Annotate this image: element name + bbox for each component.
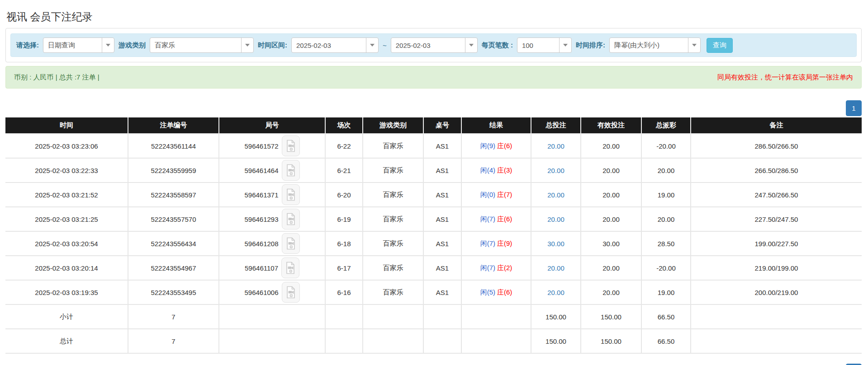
chevron-down-icon	[241, 38, 253, 52]
time-range-label: 时间区间:	[258, 41, 287, 50]
date-from-value: 2025-02-03	[292, 38, 366, 52]
video-file-icon	[285, 213, 296, 225]
video-replay-button[interactable]	[281, 257, 299, 278]
cell-round-id: 596461464	[219, 158, 325, 182]
page-size-label: 每页笔数 :	[482, 41, 513, 50]
cell-valid-bet: 20.00	[581, 256, 641, 280]
video-replay-button[interactable]	[282, 160, 300, 181]
cell-valid-bet: 20.00	[581, 158, 641, 182]
chevron-down-icon	[559, 38, 571, 52]
cell-session: 6-17	[325, 256, 363, 280]
result-player: 闲(4)	[480, 166, 495, 174]
time-sort-select[interactable]: 降幂(由大到小)	[609, 37, 701, 53]
video-replay-button[interactable]	[282, 282, 300, 303]
cell-session: 6-19	[325, 207, 363, 231]
result-banker: 庄(2)	[497, 264, 512, 271]
cell-remark: 247.50/266.50	[691, 182, 862, 207]
page-content: 视讯 会员下注纪录 请选择: 日期查询 游戏类别 百家乐 时间区间: 2025-…	[5, 11, 862, 365]
cell-table-no: AS1	[423, 231, 461, 256]
header-total-bet: 总投注	[531, 117, 581, 134]
chevron-down-icon	[102, 38, 114, 52]
cell-table-no: AS1	[423, 182, 461, 207]
cell-payout: 28.50	[641, 231, 691, 256]
total-bet-link[interactable]: 20.00	[547, 264, 564, 272]
cell-result: 闲(7)庄(9)	[461, 231, 531, 256]
table-row: 2025-02-03 03:20:14 522243554967 5964611…	[5, 256, 862, 280]
table-row: 2025-02-03 03:23:06 522243561144 5964615…	[5, 134, 862, 158]
cell-table-no: AS1	[423, 256, 461, 280]
time-sort-label: 时间排序:	[576, 41, 605, 50]
round-id-text: 596461006	[244, 289, 278, 296]
video-replay-button[interactable]	[282, 136, 300, 156]
table-row: 2025-02-03 03:22:33 522243559959 5964614…	[5, 158, 862, 182]
cell-total-bet: 20.00	[531, 280, 581, 304]
cell-round-id: 596461006	[219, 280, 325, 304]
cell-time: 2025-02-03 03:21:25	[5, 207, 128, 231]
result-banker: 庄(6)	[497, 142, 512, 150]
table-row: 2025-02-03 03:20:54 522243556434 5964612…	[5, 231, 862, 256]
cell-session: 6-21	[325, 158, 363, 182]
chevron-down-icon	[465, 38, 477, 52]
query-type-value: 日期查询	[43, 38, 102, 52]
result-player: 闲(9)	[480, 142, 495, 150]
page-1-button[interactable]: 1	[846, 100, 862, 116]
total-bet-link[interactable]: 20.00	[547, 142, 564, 150]
video-replay-button[interactable]	[282, 184, 300, 205]
cell-round-id: 596461107	[219, 256, 325, 280]
result-banker: 庄(7)	[497, 191, 512, 198]
table-row: 2025-02-03 03:21:52 522243558597 5964613…	[5, 182, 862, 207]
cell-result: 闲(9)庄(6)	[461, 134, 531, 158]
cell-payout: 20.00	[641, 207, 691, 231]
header-table-no: 桌号	[423, 117, 461, 134]
cell-remark: 199.00/227.50	[691, 231, 862, 256]
summary-bar: 币别 : 人民币 | 总共 :7 注单 | 同局有效投注，统一计算在该局第一张注…	[5, 66, 862, 89]
header-round-id: 局号	[219, 117, 325, 134]
cell-round-id: 596461572	[219, 134, 325, 158]
cell-total-bet: 20.00	[531, 134, 581, 158]
game-category-select[interactable]: 百家乐	[150, 37, 254, 53]
video-file-icon	[285, 237, 296, 250]
header-session: 场次	[325, 117, 363, 134]
total-bet-link[interactable]: 20.00	[547, 191, 564, 199]
table-row: 2025-02-03 03:19:35 522243553495 5964610…	[5, 280, 862, 304]
cell-game: 百家乐	[363, 182, 423, 207]
valid-bet-notice: 同局有效投注，统一计算在该局第一张注单内	[717, 73, 853, 82]
cell-valid-bet: 20.00	[581, 134, 641, 158]
result-player: 闲(5)	[480, 288, 495, 296]
cell-time: 2025-02-03 03:20:14	[5, 256, 128, 280]
total-bet-link[interactable]: 20.00	[547, 167, 564, 174]
cell-result: 闲(0)庄(7)	[461, 182, 531, 207]
date-range-separator: ~	[383, 42, 387, 49]
header-time: 时间	[5, 117, 128, 134]
header-bet-id: 注单编号	[128, 117, 219, 134]
page-size-select[interactable]: 100	[517, 37, 572, 53]
total-total-bet: 150.00	[531, 329, 581, 353]
total-bet-link[interactable]: 20.00	[547, 215, 564, 223]
round-id-text: 596461371	[244, 191, 278, 199]
cell-result: 闲(7)庄(2)	[461, 256, 531, 280]
total-bet-link[interactable]: 20.00	[547, 289, 564, 296]
video-file-icon	[285, 164, 296, 177]
pagination-top: 1	[5, 100, 862, 116]
cell-remark: 200.00/219.00	[691, 280, 862, 304]
query-type-label: 请选择:	[16, 41, 39, 50]
query-type-select[interactable]: 日期查询	[43, 37, 114, 53]
search-button[interactable]: 查询	[707, 38, 733, 53]
cell-game: 百家乐	[363, 280, 423, 304]
total-bet-link[interactable]: 30.00	[547, 240, 564, 248]
date-to-select[interactable]: 2025-02-03	[391, 37, 478, 53]
cell-total-bet: 20.00	[531, 158, 581, 182]
date-to-value: 2025-02-03	[391, 38, 465, 52]
cell-result: 闲(4)庄(3)	[461, 158, 531, 182]
cell-round-id: 596461293	[219, 207, 325, 231]
video-replay-button[interactable]	[282, 209, 300, 229]
cell-game: 百家乐	[363, 256, 423, 280]
date-from-select[interactable]: 2025-02-03	[291, 37, 379, 53]
round-id-text: 596461464	[244, 167, 278, 174]
video-replay-button[interactable]	[282, 233, 300, 254]
cell-bet-id: 522243556434	[128, 231, 219, 256]
round-id-text: 596461572	[244, 142, 278, 150]
subtotal-count: 7	[128, 304, 219, 329]
page-size-value: 100	[517, 38, 559, 52]
subtotal-label: 小计	[5, 304, 128, 329]
